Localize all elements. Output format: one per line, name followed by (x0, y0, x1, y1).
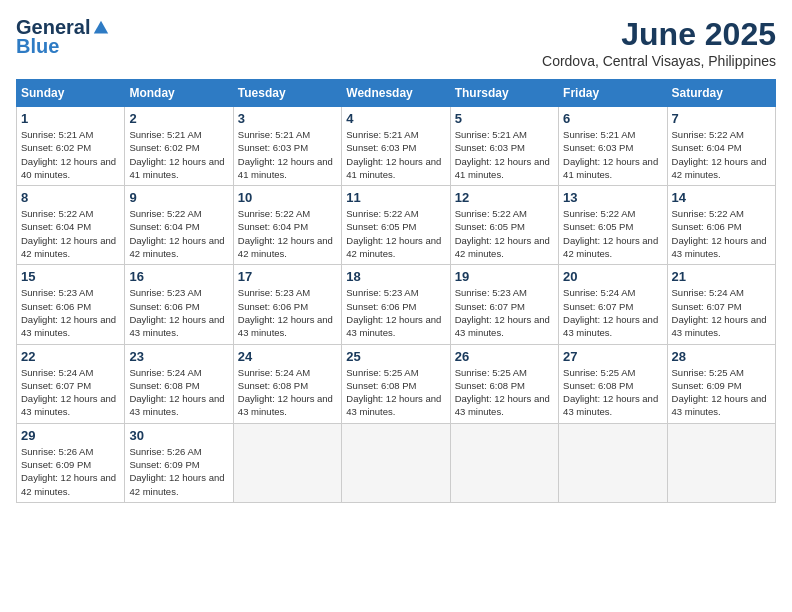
calendar-row: 1 Sunrise: 5:21 AM Sunset: 6:02 PM Dayli… (17, 107, 776, 186)
day-cell: 7 Sunrise: 5:22 AM Sunset: 6:04 PM Dayli… (667, 107, 775, 186)
day-number: 6 (563, 111, 662, 126)
day-number: 23 (129, 349, 228, 364)
day-number: 8 (21, 190, 120, 205)
empty-cell (233, 423, 341, 502)
logo-blue: Blue (16, 35, 59, 58)
day-cell: 11 Sunrise: 5:22 AM Sunset: 6:05 PM Dayl… (342, 186, 450, 265)
day-number: 1 (21, 111, 120, 126)
calendar-header-row: Sunday Monday Tuesday Wednesday Thursday… (17, 80, 776, 107)
day-info: Sunrise: 5:25 AM Sunset: 6:08 PM Dayligh… (563, 366, 662, 419)
header-thursday: Thursday (450, 80, 558, 107)
day-number: 21 (672, 269, 771, 284)
day-info: Sunrise: 5:24 AM Sunset: 6:07 PM Dayligh… (563, 286, 662, 339)
header-monday: Monday (125, 80, 233, 107)
day-cell: 20 Sunrise: 5:24 AM Sunset: 6:07 PM Dayl… (559, 265, 667, 344)
day-info: Sunrise: 5:26 AM Sunset: 6:09 PM Dayligh… (21, 445, 120, 498)
calendar-row: 8 Sunrise: 5:22 AM Sunset: 6:04 PM Dayli… (17, 186, 776, 265)
day-info: Sunrise: 5:25 AM Sunset: 6:09 PM Dayligh… (672, 366, 771, 419)
day-info: Sunrise: 5:21 AM Sunset: 6:02 PM Dayligh… (129, 128, 228, 181)
day-cell: 25 Sunrise: 5:25 AM Sunset: 6:08 PM Dayl… (342, 344, 450, 423)
day-info: Sunrise: 5:23 AM Sunset: 6:06 PM Dayligh… (346, 286, 445, 339)
day-info: Sunrise: 5:21 AM Sunset: 6:03 PM Dayligh… (563, 128, 662, 181)
day-info: Sunrise: 5:22 AM Sunset: 6:04 PM Dayligh… (238, 207, 337, 260)
day-number: 28 (672, 349, 771, 364)
day-info: Sunrise: 5:24 AM Sunset: 6:07 PM Dayligh… (672, 286, 771, 339)
day-cell: 23 Sunrise: 5:24 AM Sunset: 6:08 PM Dayl… (125, 344, 233, 423)
day-number: 4 (346, 111, 445, 126)
day-cell: 1 Sunrise: 5:21 AM Sunset: 6:02 PM Dayli… (17, 107, 125, 186)
day-info: Sunrise: 5:22 AM Sunset: 6:04 PM Dayligh… (672, 128, 771, 181)
logo-icon (92, 19, 110, 37)
day-cell: 19 Sunrise: 5:23 AM Sunset: 6:07 PM Dayl… (450, 265, 558, 344)
day-info: Sunrise: 5:21 AM Sunset: 6:03 PM Dayligh… (238, 128, 337, 181)
location-subtitle: Cordova, Central Visayas, Philippines (542, 53, 776, 69)
day-number: 10 (238, 190, 337, 205)
day-cell: 21 Sunrise: 5:24 AM Sunset: 6:07 PM Dayl… (667, 265, 775, 344)
day-number: 2 (129, 111, 228, 126)
day-number: 5 (455, 111, 554, 126)
day-cell: 27 Sunrise: 5:25 AM Sunset: 6:08 PM Dayl… (559, 344, 667, 423)
header: General Blue June 2025 Cordova, Central … (16, 16, 776, 69)
day-cell: 22 Sunrise: 5:24 AM Sunset: 6:07 PM Dayl… (17, 344, 125, 423)
day-number: 15 (21, 269, 120, 284)
day-info: Sunrise: 5:23 AM Sunset: 6:06 PM Dayligh… (21, 286, 120, 339)
day-number: 12 (455, 190, 554, 205)
empty-cell (450, 423, 558, 502)
calendar-row: 22 Sunrise: 5:24 AM Sunset: 6:07 PM Dayl… (17, 344, 776, 423)
day-cell: 28 Sunrise: 5:25 AM Sunset: 6:09 PM Dayl… (667, 344, 775, 423)
day-number: 24 (238, 349, 337, 364)
day-info: Sunrise: 5:22 AM Sunset: 6:05 PM Dayligh… (346, 207, 445, 260)
day-number: 17 (238, 269, 337, 284)
day-number: 29 (21, 428, 120, 443)
day-cell: 15 Sunrise: 5:23 AM Sunset: 6:06 PM Dayl… (17, 265, 125, 344)
day-info: Sunrise: 5:22 AM Sunset: 6:05 PM Dayligh… (455, 207, 554, 260)
day-cell: 10 Sunrise: 5:22 AM Sunset: 6:04 PM Dayl… (233, 186, 341, 265)
day-cell: 12 Sunrise: 5:22 AM Sunset: 6:05 PM Dayl… (450, 186, 558, 265)
empty-cell (667, 423, 775, 502)
day-cell: 18 Sunrise: 5:23 AM Sunset: 6:06 PM Dayl… (342, 265, 450, 344)
day-cell: 6 Sunrise: 5:21 AM Sunset: 6:03 PM Dayli… (559, 107, 667, 186)
calendar-row: 15 Sunrise: 5:23 AM Sunset: 6:06 PM Dayl… (17, 265, 776, 344)
day-cell: 17 Sunrise: 5:23 AM Sunset: 6:06 PM Dayl… (233, 265, 341, 344)
day-number: 3 (238, 111, 337, 126)
day-number: 22 (21, 349, 120, 364)
day-number: 26 (455, 349, 554, 364)
day-cell: 13 Sunrise: 5:22 AM Sunset: 6:05 PM Dayl… (559, 186, 667, 265)
day-info: Sunrise: 5:23 AM Sunset: 6:07 PM Dayligh… (455, 286, 554, 339)
day-info: Sunrise: 5:21 AM Sunset: 6:03 PM Dayligh… (455, 128, 554, 181)
day-cell: 24 Sunrise: 5:24 AM Sunset: 6:08 PM Dayl… (233, 344, 341, 423)
day-number: 30 (129, 428, 228, 443)
day-info: Sunrise: 5:24 AM Sunset: 6:07 PM Dayligh… (21, 366, 120, 419)
day-number: 11 (346, 190, 445, 205)
calendar-table: Sunday Monday Tuesday Wednesday Thursday… (16, 79, 776, 503)
day-cell: 3 Sunrise: 5:21 AM Sunset: 6:03 PM Dayli… (233, 107, 341, 186)
day-cell: 30 Sunrise: 5:26 AM Sunset: 6:09 PM Dayl… (125, 423, 233, 502)
day-number: 27 (563, 349, 662, 364)
day-cell: 14 Sunrise: 5:22 AM Sunset: 6:06 PM Dayl… (667, 186, 775, 265)
day-info: Sunrise: 5:21 AM Sunset: 6:03 PM Dayligh… (346, 128, 445, 181)
title-area: June 2025 Cordova, Central Visayas, Phil… (542, 16, 776, 69)
day-cell: 16 Sunrise: 5:23 AM Sunset: 6:06 PM Dayl… (125, 265, 233, 344)
day-cell: 8 Sunrise: 5:22 AM Sunset: 6:04 PM Dayli… (17, 186, 125, 265)
svg-marker-0 (94, 20, 108, 33)
day-info: Sunrise: 5:26 AM Sunset: 6:09 PM Dayligh… (129, 445, 228, 498)
logo: General Blue (16, 16, 110, 58)
day-info: Sunrise: 5:23 AM Sunset: 6:06 PM Dayligh… (129, 286, 228, 339)
day-number: 9 (129, 190, 228, 205)
day-number: 18 (346, 269, 445, 284)
header-friday: Friday (559, 80, 667, 107)
header-wednesday: Wednesday (342, 80, 450, 107)
header-saturday: Saturday (667, 80, 775, 107)
day-number: 14 (672, 190, 771, 205)
day-number: 7 (672, 111, 771, 126)
header-tuesday: Tuesday (233, 80, 341, 107)
day-number: 16 (129, 269, 228, 284)
day-cell: 5 Sunrise: 5:21 AM Sunset: 6:03 PM Dayli… (450, 107, 558, 186)
day-cell: 2 Sunrise: 5:21 AM Sunset: 6:02 PM Dayli… (125, 107, 233, 186)
day-info: Sunrise: 5:22 AM Sunset: 6:05 PM Dayligh… (563, 207, 662, 260)
month-title: June 2025 (542, 16, 776, 53)
day-cell: 4 Sunrise: 5:21 AM Sunset: 6:03 PM Dayli… (342, 107, 450, 186)
day-info: Sunrise: 5:24 AM Sunset: 6:08 PM Dayligh… (129, 366, 228, 419)
calendar-row: 29 Sunrise: 5:26 AM Sunset: 6:09 PM Dayl… (17, 423, 776, 502)
day-info: Sunrise: 5:21 AM Sunset: 6:02 PM Dayligh… (21, 128, 120, 181)
